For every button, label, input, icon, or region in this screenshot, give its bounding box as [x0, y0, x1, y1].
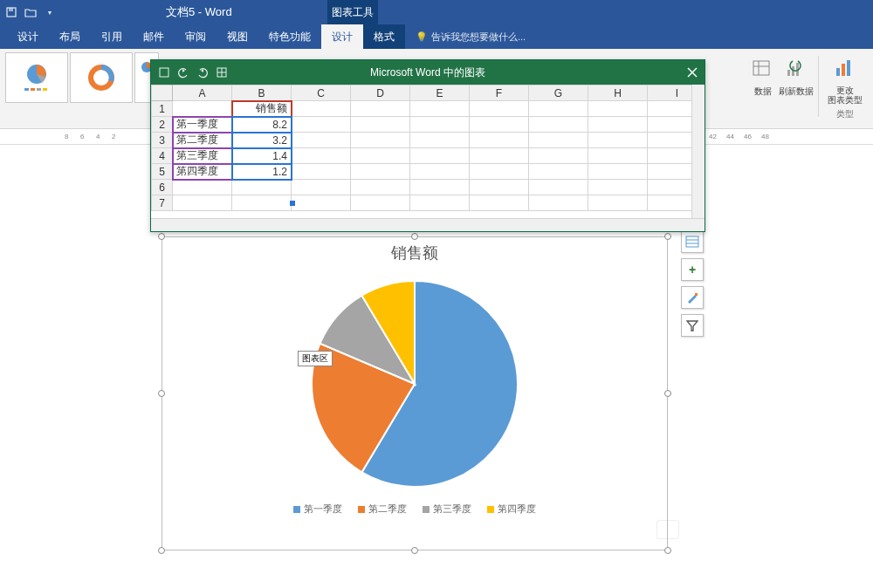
chart-style-2[interactable]: ··· [70, 52, 133, 103]
chart-elements-plus-icon[interactable]: + [681, 258, 704, 281]
chart-title[interactable]: 销售额 [162, 237, 667, 263]
tab-layout[interactable]: 布局 [49, 24, 91, 49]
chart-tools-contextual-tab: 图表工具 [327, 0, 378, 24]
folder-icon[interactable] [24, 6, 37, 18]
svg-rect-18 [847, 60, 850, 76]
resize-handle[interactable] [411, 233, 418, 240]
svg-rect-1 [9, 8, 13, 11]
chevron-down-icon[interactable]: ▾ [44, 6, 56, 18]
chart-area-tooltip: 图表区 [298, 351, 333, 366]
range-drag-handle[interactable] [290, 201, 295, 206]
tell-me-search[interactable]: 💡 告诉我您想要做什么... [416, 31, 526, 44]
excel-data-window[interactable]: Microsoft Word 中的图表 ABCDEFGHI1销售额2第一季度8.… [150, 59, 705, 232]
svg-rect-16 [836, 68, 840, 76]
layout-options-icon[interactable] [681, 230, 704, 253]
chart-styles-gallery: ··· [0, 49, 164, 128]
legend-item: 第三季度 [423, 503, 471, 516]
data-button[interactable]: 数据 [750, 52, 776, 120]
tab-design1[interactable]: 设计 [7, 24, 49, 49]
legend-item: 第一季度 [293, 503, 342, 516]
excel-window-title: Microsoft Word 中的图表 [370, 65, 485, 80]
legend-item: 第四季度 [487, 503, 536, 516]
svg-rect-5 [37, 88, 41, 91]
resize-handle[interactable] [158, 233, 165, 240]
resize-handle[interactable] [664, 547, 671, 554]
chart-legend[interactable]: 第一季度 第二季度 第三季度 第四季度 [162, 496, 667, 516]
svg-rect-22 [695, 293, 698, 296]
vertical-scrollbar[interactable] [691, 85, 705, 218]
refresh-data-button[interactable]: 刷新数据 [778, 52, 815, 120]
lightbulb-icon: 💡 [416, 31, 428, 43]
quick-access-toolbar: ▾ [0, 6, 61, 18]
svg-rect-4 [31, 88, 35, 91]
title-bar: ▾ 文档5 - Word 图表工具 [0, 0, 873, 24]
legend-item: 第二季度 [358, 503, 407, 516]
svg-rect-10 [753, 61, 769, 75]
tab-special[interactable]: 特色功能 [258, 24, 321, 49]
chart-styles-brush-icon[interactable] [681, 286, 704, 309]
chart-side-buttons: + [681, 230, 704, 337]
svg-rect-23 [160, 68, 168, 77]
save-icon[interactable] [5, 6, 17, 18]
close-icon[interactable] [685, 65, 699, 79]
chart-filter-funnel-icon[interactable] [681, 314, 704, 337]
tab-view[interactable]: 视图 [217, 24, 258, 49]
chart-style-1[interactable] [5, 52, 68, 103]
tab-chart-format[interactable]: 格式 [363, 24, 405, 49]
excel-titlebar[interactable]: Microsoft Word 中的图表 [151, 60, 705, 85]
document-title: 文档5 - Word [166, 4, 232, 20]
ribbon-tabs: 设计 布局 引用 邮件 审阅 视图 特色功能 设计 格式 💡 告诉我您想要做什么… [0, 24, 873, 49]
save-icon[interactable] [158, 66, 170, 79]
ribbon-right-group: 数据 刷新数据 更改 图表类型 类型 [750, 52, 868, 120]
svg-rect-17 [842, 64, 845, 76]
tab-review[interactable]: 审阅 [175, 24, 217, 49]
resize-handle[interactable] [664, 233, 671, 240]
pie-plot-area[interactable] [162, 263, 667, 496]
resize-handle[interactable] [411, 547, 418, 554]
horizontal-scrollbar[interactable] [151, 218, 705, 231]
tell-me-placeholder: 告诉我您想要做什么... [431, 31, 526, 44]
redo-icon[interactable] [196, 66, 209, 79]
change-chart-type-button[interactable]: 更改 图表类型 类型 [822, 52, 868, 120]
grid-icon[interactable] [216, 66, 228, 79]
resize-handle[interactable] [158, 547, 165, 554]
svg-text:···: ··· [100, 60, 103, 65]
undo-icon[interactable] [177, 66, 189, 79]
chart-object[interactable]: 销售额 图表区 第一季度 第二季度 第三季度 第四季度 [162, 236, 668, 550]
resize-handle[interactable] [664, 390, 671, 397]
tab-references[interactable]: 引用 [91, 24, 133, 49]
svg-rect-13 [787, 70, 790, 76]
svg-rect-6 [43, 88, 47, 91]
worksheet[interactable]: ABCDEFGHI1销售额2第一季度8.23第二季度3.24第三季度1.45第四… [151, 85, 705, 231]
svg-rect-19 [686, 236, 698, 247]
resize-handle[interactable] [158, 390, 165, 397]
tab-chart-design[interactable]: 设计 [321, 24, 363, 49]
layout-anchor-icon[interactable] [656, 520, 679, 539]
tab-mailings[interactable]: 邮件 [133, 24, 175, 49]
svg-rect-3 [24, 88, 29, 91]
